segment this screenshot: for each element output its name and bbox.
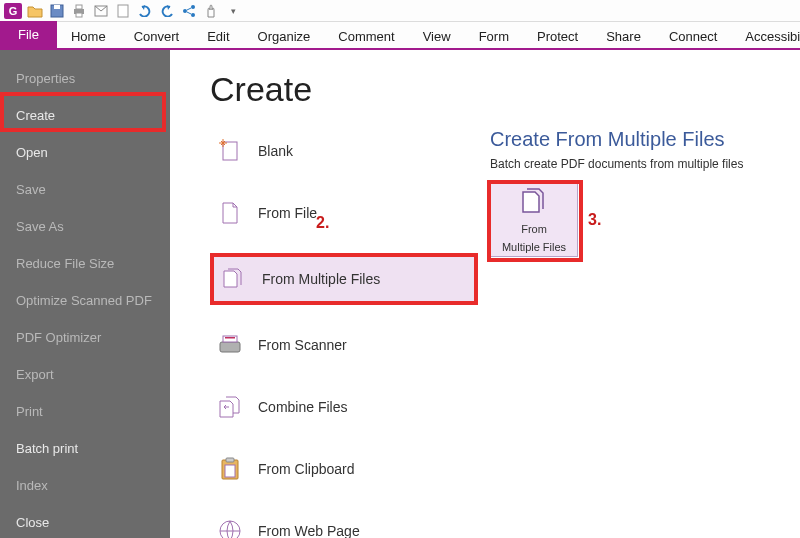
- clipboard-icon: [218, 457, 242, 481]
- tab-protect[interactable]: Protect: [523, 23, 592, 48]
- sidebar-item-reduce[interactable]: Reduce File Size: [0, 245, 170, 282]
- right-panel-desc: Batch create PDF documents from multiple…: [490, 157, 790, 171]
- open-icon[interactable]: [26, 3, 44, 19]
- redo-icon[interactable]: [158, 3, 176, 19]
- ribbon-tabs: File Home Convert Edit Organize Comment …: [0, 22, 800, 50]
- svg-point-8: [183, 9, 187, 13]
- big-button-line2: Multiple Files: [502, 241, 566, 254]
- sidebar-item-index[interactable]: Index: [0, 467, 170, 504]
- tab-edit[interactable]: Edit: [193, 23, 243, 48]
- option-from-webpage[interactable]: From Web Page: [214, 513, 800, 538]
- option-label: From Clipboard: [258, 461, 354, 477]
- svg-rect-11: [220, 342, 240, 352]
- tab-comment[interactable]: Comment: [324, 23, 408, 48]
- tab-form[interactable]: Form: [465, 23, 523, 48]
- option-label: Combine Files: [258, 399, 347, 415]
- sidebar-item-saveas[interactable]: Save As: [0, 208, 170, 245]
- svg-point-7: [191, 5, 195, 9]
- blank-icon: [218, 139, 242, 163]
- sidebar-item-create[interactable]: Create: [0, 97, 170, 134]
- page-title: Create: [210, 70, 800, 109]
- tab-file[interactable]: File: [0, 21, 57, 48]
- tab-organize[interactable]: Organize: [244, 23, 325, 48]
- tab-accessibility[interactable]: Accessibility: [731, 23, 800, 48]
- tab-view[interactable]: View: [409, 23, 465, 48]
- quick-access-toolbar: G ▾: [0, 0, 800, 22]
- svg-rect-1: [54, 5, 60, 9]
- svg-rect-6: [118, 5, 128, 17]
- mail-icon[interactable]: [92, 3, 110, 19]
- scanner-icon: [218, 333, 242, 357]
- tab-convert[interactable]: Convert: [120, 23, 194, 48]
- from-multiple-files-button[interactable]: From Multiple Files: [490, 183, 578, 257]
- svg-rect-4: [76, 13, 82, 17]
- sidebar-item-print[interactable]: Print: [0, 393, 170, 430]
- hand-icon[interactable]: [202, 3, 220, 19]
- save-icon[interactable]: [48, 3, 66, 19]
- tab-home[interactable]: Home: [57, 23, 120, 48]
- svg-point-9: [191, 13, 195, 17]
- new-icon[interactable]: [114, 3, 132, 19]
- svg-rect-13: [225, 337, 235, 339]
- sidebar-item-save[interactable]: Save: [0, 171, 170, 208]
- big-button-line1: From: [521, 223, 547, 236]
- sidebar-item-close[interactable]: Close: [0, 504, 170, 538]
- option-label: From Scanner: [258, 337, 347, 353]
- option-from-clipboard[interactable]: From Clipboard: [214, 451, 800, 487]
- svg-rect-15: [226, 458, 234, 462]
- sidebar-item-export[interactable]: Export: [0, 356, 170, 393]
- annotation-number-2: 2.: [316, 214, 329, 232]
- main-panel: 1. Create Blank From File From Multiple …: [170, 50, 800, 538]
- sidebar-item-optimize-scanned[interactable]: Optimize Scanned PDF: [0, 282, 170, 319]
- qat-dropdown-icon[interactable]: ▾: [224, 3, 242, 19]
- svg-rect-12: [223, 336, 237, 342]
- svg-point-17: [220, 521, 240, 538]
- option-label: Blank: [258, 143, 293, 159]
- option-label: From File: [258, 205, 317, 221]
- option-label: From Multiple Files: [262, 271, 380, 287]
- option-label: From Web Page: [258, 523, 360, 538]
- combine-icon: [218, 395, 242, 419]
- share-icon[interactable]: [180, 3, 198, 19]
- sidebar-item-pdf-optimizer[interactable]: PDF Optimizer: [0, 319, 170, 356]
- undo-icon[interactable]: [136, 3, 154, 19]
- right-panel: Create From Multiple Files Batch create …: [490, 128, 790, 257]
- svg-rect-3: [76, 5, 82, 9]
- file-icon: [218, 201, 242, 225]
- svg-rect-16: [225, 465, 235, 477]
- option-from-multiple-files[interactable]: From Multiple Files: [214, 257, 474, 301]
- multiple-files-icon: [519, 186, 549, 219]
- file-sidebar: Properties Create Open Save Save As Redu…: [0, 50, 170, 538]
- web-icon: [218, 519, 242, 538]
- backstage-body: Properties Create Open Save Save As Redu…: [0, 50, 800, 538]
- print-icon[interactable]: [70, 3, 88, 19]
- app-logo-icon: G: [4, 3, 22, 19]
- multiple-files-icon: [222, 267, 246, 291]
- sidebar-item-open[interactable]: Open: [0, 134, 170, 171]
- sidebar-item-batchprint[interactable]: Batch print: [0, 430, 170, 467]
- tab-share[interactable]: Share: [592, 23, 655, 48]
- annotation-number-3: 3.: [588, 211, 601, 229]
- right-panel-title: Create From Multiple Files: [490, 128, 790, 151]
- tab-connect[interactable]: Connect: [655, 23, 731, 48]
- sidebar-item-properties[interactable]: Properties: [0, 60, 170, 97]
- option-from-scanner[interactable]: From Scanner: [214, 327, 800, 363]
- option-combine-files[interactable]: Combine Files: [214, 389, 800, 425]
